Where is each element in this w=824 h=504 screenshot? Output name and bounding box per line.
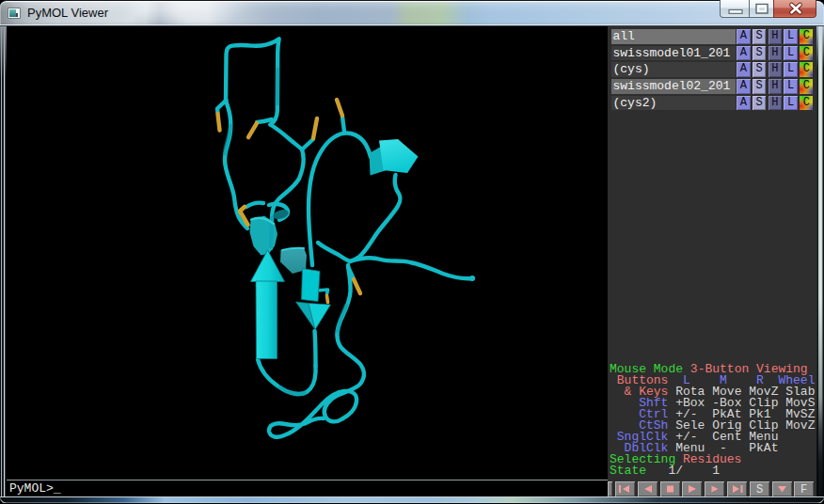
svg-text:F: F bbox=[800, 483, 807, 496]
svg-text:S: S bbox=[756, 483, 763, 496]
